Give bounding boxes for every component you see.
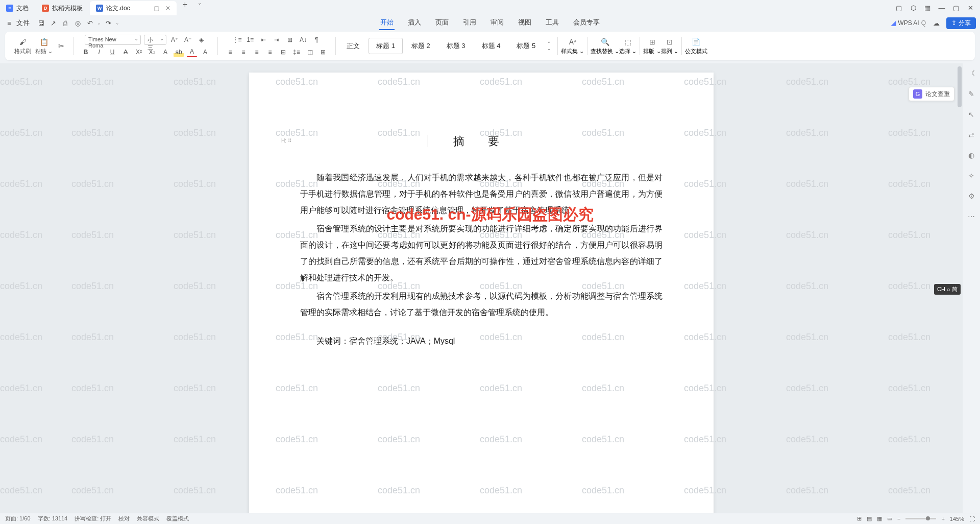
zoom-slider[interactable] <box>905 518 936 519</box>
status-words[interactable]: 字数: 13114 <box>38 515 68 522</box>
tab-home[interactable]: ≡ 文档 <box>0 1 35 15</box>
tab-review[interactable]: 审阅 <box>489 16 505 30</box>
view-mode-2-icon[interactable]: ▤ <box>867 515 872 522</box>
status-page[interactable]: 页面: 1/60 <box>5 515 31 522</box>
view-mode-3-icon[interactable]: ▦ <box>877 515 882 522</box>
indent-dec-button[interactable]: ⇤ <box>258 35 268 45</box>
fullscreen-icon[interactable]: ⛶ <box>969 516 975 522</box>
align-left-button[interactable]: ≡ <box>225 47 235 57</box>
numbering-button[interactable]: 1≡ <box>245 35 255 45</box>
tab-view[interactable]: 视图 <box>517 16 532 30</box>
highlight-button[interactable]: ab <box>174 47 184 57</box>
font-effects-button[interactable]: A <box>160 47 170 57</box>
style-h4[interactable]: 标题 4 <box>474 38 508 54</box>
plagiarism-check-button[interactable]: G 论文查重 <box>909 87 954 101</box>
select-button[interactable]: ⬚ 选择 ⌄ <box>619 37 636 55</box>
style-h3[interactable]: 标题 3 <box>439 38 473 54</box>
status-overwrite[interactable]: 覆盖模式 <box>166 515 189 522</box>
zoom-level[interactable]: 145% <box>950 516 964 522</box>
rail-tool-icon[interactable]: ✧ <box>966 171 976 181</box>
style-h2[interactable]: 标题 2 <box>404 38 438 54</box>
close-button[interactable]: ✕ <box>967 4 974 11</box>
redo-icon[interactable]: ↷ <box>103 18 113 28</box>
rail-link-icon[interactable]: ⇄ <box>966 130 976 140</box>
align-center-button[interactable]: ≡ <box>238 47 249 57</box>
tab-start[interactable]: 开始 <box>379 16 395 30</box>
document-page[interactable]: H: ⠿ 摘 要 随着我国经济迅速发展，人们对手机的需求越来越大，各种手机软件也… <box>249 73 714 513</box>
tab-dropdown-icon[interactable]: ⌄ <box>192 0 207 15</box>
borders-button[interactable]: ⊞ <box>318 47 328 57</box>
close-icon[interactable]: ✕ <box>165 5 170 12</box>
tab-menu-icon[interactable]: ▢ <box>154 5 159 12</box>
style-body[interactable]: 正文 <box>339 38 368 54</box>
tab-button[interactable]: ⊞ <box>285 35 295 45</box>
bold-button[interactable]: B <box>81 47 91 57</box>
font-name-select[interactable]: Times New Roma <box>85 35 141 45</box>
tab-document-active[interactable]: W 论文.doc ▢ ✕ <box>90 1 177 15</box>
status-spell[interactable]: 拼写检查: 打开 <box>75 515 111 522</box>
shading-button[interactable]: ◫ <box>305 47 315 57</box>
tab-member[interactable]: 会员专享 <box>572 16 601 30</box>
rail-pen-icon[interactable]: ✎ <box>966 89 976 99</box>
tab-insert[interactable]: 插入 <box>407 16 422 30</box>
show-marks-button[interactable]: ¶ <box>311 35 322 45</box>
rail-cursor-icon[interactable]: ↖ <box>966 109 976 120</box>
strike-button[interactable]: A̶ <box>120 47 131 57</box>
paste-button[interactable]: 📋 粘贴 ⌄ <box>35 37 53 55</box>
increase-font-icon[interactable]: A⁺ <box>169 35 180 45</box>
style-h1[interactable]: 标题 1 <box>369 38 403 54</box>
indent-inc-button[interactable]: ⇥ <box>272 35 282 45</box>
sort-button[interactable]: A↓ <box>298 35 308 45</box>
minimize-button[interactable]: — <box>938 4 945 11</box>
clear-format-icon[interactable]: ◈ <box>196 35 206 45</box>
rail-shape-icon[interactable]: ◐ <box>966 150 976 160</box>
print-icon[interactable]: ⎙ <box>60 18 70 28</box>
char-shading-button[interactable]: A <box>200 47 210 57</box>
italic-button[interactable]: I <box>94 47 104 57</box>
style-set-button[interactable]: Aᵃ 样式集 ⌄ <box>561 37 584 55</box>
app-icon-2[interactable]: ⬡ <box>910 4 917 11</box>
file-menu[interactable]: 文件 <box>16 18 30 28</box>
distribute-button[interactable]: ⊟ <box>278 47 288 57</box>
status-proof[interactable]: 校对 <box>118 515 130 522</box>
menu-toggle-icon[interactable]: ≡ <box>4 18 14 28</box>
view-mode-4-icon[interactable]: ▭ <box>887 515 892 522</box>
line-spacing-button[interactable]: ‡≡ <box>291 47 302 57</box>
wps-ai-button[interactable]: ◢ WPS AI Q <box>891 19 926 27</box>
superscript-button[interactable]: X² <box>134 47 144 57</box>
style-h5[interactable]: 标题 5 <box>509 38 543 54</box>
rail-expand-icon[interactable]: 《 <box>966 68 976 79</box>
zoom-in-icon[interactable]: + <box>941 516 944 522</box>
sort-layout-button[interactable]: ⊞ 排版 ⌄ <box>643 37 660 55</box>
align-justify-button[interactable]: ≡ <box>265 47 275 57</box>
gov-mode-button[interactable]: 📄 公文模式 <box>685 37 707 55</box>
cut-button[interactable]: ✂ <box>57 41 66 51</box>
zoom-out-icon[interactable]: − <box>897 516 900 522</box>
rail-settings-icon[interactable]: ⚙ <box>966 191 976 201</box>
style-scroll-icon[interactable]: ⌃⌄ <box>544 41 554 51</box>
maximize-button[interactable]: ▢ <box>952 4 960 11</box>
tab-page[interactable]: 页面 <box>434 16 450 30</box>
cloud-icon[interactable]: ☁ <box>931 18 941 28</box>
find-replace-button[interactable]: 🔍 查找替换 ⌄ <box>591 37 619 55</box>
font-size-select[interactable]: 小三 <box>144 35 166 45</box>
format-painter-button[interactable]: 🖌 格式刷 <box>14 37 31 55</box>
export-icon[interactable]: ↗ <box>48 18 58 28</box>
status-compat[interactable]: 兼容模式 <box>137 515 159 522</box>
new-tab-button[interactable]: + <box>178 0 192 15</box>
decrease-font-icon[interactable]: A⁻ <box>183 35 193 45</box>
scrollbar-thumb[interactable] <box>958 66 962 107</box>
rail-more-icon[interactable]: ⋯ <box>966 211 976 222</box>
user-avatar[interactable]: ▦ <box>924 4 931 11</box>
view-mode-1-icon[interactable]: ⊞ <box>857 515 862 522</box>
tab-template[interactable]: D 找稻壳模板 <box>36 1 89 15</box>
bullets-button[interactable]: ⋮≡ <box>232 35 242 45</box>
save-icon[interactable]: 🖫 <box>36 18 46 28</box>
share-button[interactable]: ⇪ 分享 <box>946 17 976 29</box>
tab-tools[interactable]: 工具 <box>545 16 560 30</box>
app-icon-1[interactable]: ▢ <box>895 4 902 11</box>
align-right-button[interactable]: ≡ <box>252 47 262 57</box>
underline-button[interactable]: U <box>107 47 117 57</box>
preview-icon[interactable]: ◎ <box>72 18 83 28</box>
tab-reference[interactable]: 引用 <box>462 16 477 30</box>
